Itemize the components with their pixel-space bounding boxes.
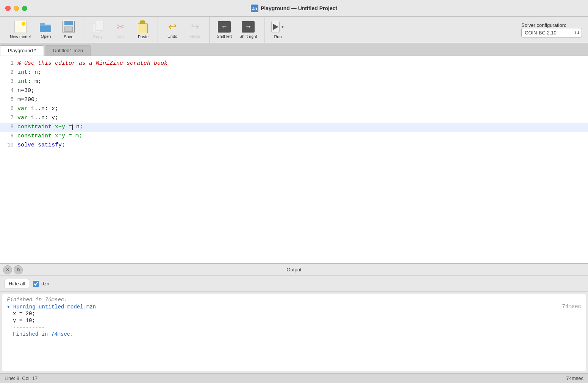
undo-button[interactable]: ↩ Undo (161, 19, 184, 41)
save-button[interactable]: Save (57, 19, 80, 41)
new-model-icon (14, 21, 27, 33)
code-line-10: 10 solve satisfy; (0, 141, 588, 150)
shift-right-label: Shift right (239, 34, 257, 39)
cut-button[interactable]: ✂ Cut (109, 19, 132, 41)
paste-icon (136, 21, 150, 33)
copy-button[interactable]: Copy (86, 19, 109, 41)
indent-tools-group: ← Shift left → Shift right (210, 17, 264, 43)
cut-label: Cut (117, 34, 124, 39)
copy-icon (91, 21, 105, 33)
output-time-label: 74msec (562, 304, 581, 310)
new-model-button[interactable]: New model (6, 19, 34, 41)
cursor-position: Line: 8, Col: 17 (5, 375, 38, 381)
shift-right-button[interactable]: → Shift right (236, 19, 261, 41)
output-close-button[interactable]: ✕ (3, 265, 12, 274)
output-separator: ---------- (7, 324, 581, 331)
shift-left-label: Shift left (217, 34, 232, 39)
output-content[interactable]: Finished in 76msec. ▾ Running untitled_m… (2, 294, 586, 371)
output-detach-button[interactable]: ⧉ (14, 265, 23, 274)
output-title: Output (286, 267, 301, 272)
solver-select[interactable]: COIN-BC 2.10 Gurobi CPLEX (521, 28, 582, 37)
code-line-3: 3 int: m; (0, 77, 588, 86)
solver-select-wrapper: COIN-BC 2.10 Gurobi CPLEX (521, 28, 582, 37)
edit-tools-group: Copy ✂ Cut Paste (83, 17, 158, 43)
shift-left-icon: ← (217, 21, 231, 33)
traffic-lights (5, 6, 27, 11)
dzn-checkbox[interactable] (33, 281, 39, 287)
dzn-check-label: dzn (33, 281, 49, 287)
code-line-5: 5 m=200; (0, 95, 588, 104)
run-button[interactable]: ▼ Run (267, 19, 289, 41)
output-run-header: ▾ Running untitled_model.mzn 74msec (7, 303, 581, 310)
tab-playground[interactable]: Playground * (0, 45, 44, 56)
title-bar: Zn Playground — Untitled Project (0, 0, 588, 17)
output-panel: ✕ ⧉ Output Hide all dzn Finished in 76ms… (0, 263, 588, 373)
redo-icon: ↪ (188, 21, 202, 33)
run-dropdown-button[interactable]: ▼ (280, 21, 285, 33)
code-line-4: 4 n=30; (0, 86, 588, 95)
save-icon (62, 21, 75, 33)
minimize-button[interactable] (14, 6, 19, 11)
tab-bar: Playground * Untitled1.mzn (0, 43, 588, 56)
file-tools-group: New model Open Save (3, 17, 83, 43)
undo-icon: ↩ (166, 21, 179, 33)
solver-config-group: Solver configuration: COIN-BC 2.10 Gurob… (518, 17, 585, 43)
close-button[interactable] (5, 6, 11, 11)
paste-label: Paste (138, 34, 149, 39)
redo-button[interactable]: ↪ Redo (184, 19, 206, 41)
run-label: Run (274, 34, 281, 39)
new-model-label: New model (10, 34, 31, 39)
code-editor[interactable]: 1 % Use this editor as a MiniZinc scratc… (0, 56, 588, 263)
history-tools-group: ↩ Undo ↪ Redo (158, 17, 210, 43)
hide-all-button[interactable]: Hide all (5, 279, 29, 288)
undo-label: Undo (167, 34, 177, 39)
code-line-9: 9 constraint x*y = m; (0, 132, 588, 141)
shift-left-button[interactable]: ← Shift left (213, 19, 236, 41)
solver-config-label: Solver configuration: (521, 22, 566, 28)
run-icon: ▼ (271, 21, 285, 33)
code-line-1: 1 % Use this editor as a MiniZinc scratc… (0, 59, 588, 68)
run-group: ▼ Run (264, 17, 292, 43)
dzn-label: dzn (41, 281, 49, 286)
output-run-header-text: ▾ Running untitled_model.mzn (7, 304, 96, 310)
editor-area: 1 % Use this editor as a MiniZinc scratc… (0, 56, 588, 263)
output-controls: ✕ ⧉ (3, 265, 23, 274)
app-icon: Zn (251, 5, 258, 12)
code-line-6: 6 var 1..n: x; (0, 104, 588, 114)
redo-label: Redo (190, 34, 200, 39)
window-title: Zn Playground — Untitled Project (251, 5, 337, 12)
code-line-7: 7 var 1..n: y; (0, 114, 588, 123)
cut-icon: ✂ (114, 21, 127, 33)
status-bar: Line: 8, Col: 17 74msec (0, 373, 588, 383)
output-toolbar: Hide all dzn (0, 276, 588, 292)
toolbar: New model Open Save (0, 17, 588, 43)
open-button[interactable]: Open (34, 19, 57, 41)
output-result-y: y = 10; (7, 317, 581, 324)
save-label: Save (64, 34, 73, 39)
open-label: Open (41, 34, 51, 39)
paste-button[interactable]: Paste (132, 19, 155, 41)
output-header: ✕ ⧉ Output (0, 264, 588, 276)
output-prev-line: Finished in 76msec. (7, 296, 581, 303)
execution-time: 74msec (566, 375, 583, 381)
code-line-2: 2 int: n; (0, 68, 588, 77)
open-icon (39, 21, 53, 33)
output-finished: Finished in 74msec. (7, 331, 581, 338)
copy-label: Copy (93, 34, 103, 39)
tab-untitled[interactable]: Untitled1.mzn (45, 45, 91, 56)
output-result-x: x = 20; (7, 310, 581, 317)
maximize-button[interactable] (22, 6, 27, 11)
shift-right-icon: → (241, 21, 255, 33)
code-line-8: 8 constraint x+y = n; (0, 123, 588, 132)
